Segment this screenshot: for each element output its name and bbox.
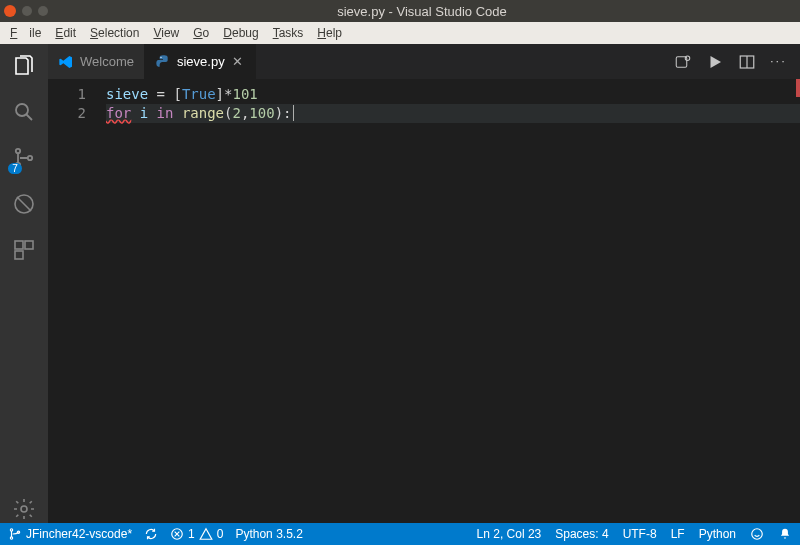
vscode-icon: [58, 54, 74, 70]
debug-icon[interactable]: [10, 190, 38, 218]
scm-badge: 7: [8, 163, 22, 174]
svg-point-1: [16, 149, 20, 153]
menu-tasks[interactable]: Tasks: [267, 24, 310, 42]
cursor-position[interactable]: Ln 2, Col 23: [477, 527, 542, 541]
status-bar: JFincher42-vscode* 1 0 Python 3.5.2 Ln 2…: [0, 523, 800, 545]
encoding[interactable]: UTF-8: [623, 527, 657, 541]
sync-icon: [144, 527, 158, 541]
svg-rect-7: [15, 251, 23, 259]
line-number-gutter: 1 2: [48, 79, 100, 523]
text-cursor: [293, 105, 294, 121]
menu-edit[interactable]: Edit: [49, 24, 82, 42]
problems-button[interactable]: 1 0: [170, 527, 223, 541]
menu-help[interactable]: Help: [311, 24, 348, 42]
eol[interactable]: LF: [671, 527, 685, 541]
run-icon[interactable]: [706, 53, 724, 71]
tab-sieve-label: sieve.py: [177, 54, 225, 69]
svg-point-14: [10, 537, 12, 539]
menu-debug[interactable]: Debug: [217, 24, 264, 42]
branch-name: JFincher42-vscode*: [26, 527, 132, 541]
warning-count: 0: [217, 527, 224, 541]
menu-file[interactable]: File: [4, 24, 47, 42]
feedback-icon[interactable]: [750, 527, 764, 541]
explorer-icon[interactable]: [10, 52, 38, 80]
settings-gear-icon[interactable]: [10, 495, 38, 523]
tab-sieve[interactable]: sieve.py ✕: [145, 44, 256, 79]
sync-button[interactable]: [144, 527, 158, 541]
line-number: 1: [48, 85, 86, 104]
menu-go[interactable]: Go: [187, 24, 215, 42]
git-branch[interactable]: JFincher42-vscode*: [8, 527, 132, 541]
os-titlebar: sieve.py - Visual Studio Code: [0, 0, 800, 22]
menu-selection[interactable]: Selection: [84, 24, 145, 42]
svg-point-8: [21, 506, 27, 512]
code-line-current[interactable]: for i in range(2,100):: [106, 104, 800, 123]
svg-point-11: [685, 56, 690, 61]
svg-point-0: [16, 104, 28, 116]
tab-welcome-label: Welcome: [80, 54, 134, 69]
source-control-icon[interactable]: 7: [10, 144, 38, 172]
activity-bar: 7: [0, 44, 48, 523]
extensions-icon[interactable]: [10, 236, 38, 264]
svg-rect-6: [25, 241, 33, 249]
tab-welcome[interactable]: Welcome: [48, 44, 145, 79]
python-interpreter[interactable]: Python 3.5.2: [235, 527, 302, 541]
notifications-icon[interactable]: [778, 527, 792, 541]
language-mode[interactable]: Python: [699, 527, 736, 541]
open-changes-icon[interactable]: [674, 53, 692, 71]
code-line[interactable]: sieve = [True]*101: [106, 85, 800, 104]
line-number: 2: [48, 104, 86, 123]
window-controls: [4, 5, 48, 17]
code-editor[interactable]: 1 2 sieve = [True]*101 for i in range(2,…: [48, 79, 800, 523]
branch-icon: [8, 527, 22, 541]
code-content[interactable]: sieve = [True]*101 for i in range(2,100)…: [100, 79, 800, 523]
menu-view[interactable]: View: [147, 24, 185, 42]
editor-actions: ···: [662, 44, 800, 79]
close-icon[interactable]: ✕: [231, 54, 245, 69]
overview-ruler-error: [796, 79, 800, 97]
warning-icon: [199, 527, 213, 541]
window-title: sieve.py - Visual Studio Code: [48, 4, 796, 19]
indentation[interactable]: Spaces: 4: [555, 527, 608, 541]
split-editor-icon[interactable]: [738, 53, 756, 71]
tab-bar: Welcome sieve.py ✕ ···: [48, 44, 800, 79]
editor-area: Welcome sieve.py ✕ ··· 1 2 sieve = [True…: [48, 44, 800, 523]
error-count: 1: [188, 527, 195, 541]
svg-point-17: [752, 529, 763, 540]
svg-point-9: [160, 56, 161, 57]
python-file-icon: [155, 54, 171, 70]
search-icon[interactable]: [10, 98, 38, 126]
window-minimize-button[interactable]: [22, 6, 32, 16]
more-actions-icon[interactable]: ···: [770, 53, 788, 71]
error-icon: [170, 527, 184, 541]
svg-rect-5: [15, 241, 23, 249]
svg-point-13: [10, 529, 12, 531]
window-maximize-button[interactable]: [38, 6, 48, 16]
svg-point-3: [28, 156, 32, 160]
window-close-button[interactable]: [4, 5, 16, 17]
menubar: File Edit Selection View Go Debug Tasks …: [0, 22, 800, 44]
